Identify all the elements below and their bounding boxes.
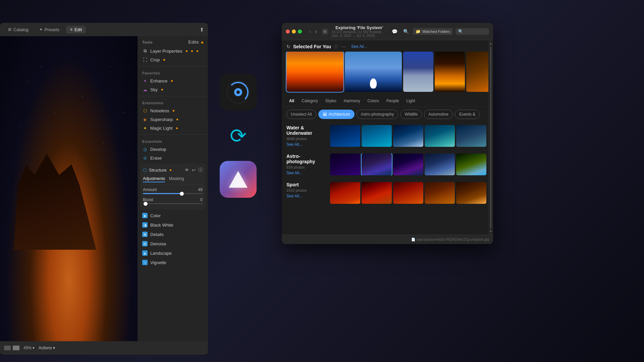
denoise-item[interactable]: ⊟ Denoise — [138, 239, 208, 248]
nav-back-icon[interactable]: ‹ — [308, 28, 312, 35]
astro-see-all[interactable]: See All... — [286, 171, 327, 175]
pill-astro[interactable]: Astro-photography — [357, 110, 398, 119]
scroll-thumb[interactable] — [490, 47, 491, 228]
upload-icon[interactable]: ⬆ — [200, 26, 204, 33]
watched-folders-button[interactable]: 📁 Watched Folders — [413, 28, 453, 35]
zoom-control[interactable]: 45% ▾ — [23, 346, 35, 350]
sky-item[interactable]: ☁ Sky — [138, 85, 208, 94]
astro-photo-3[interactable] — [393, 154, 423, 175]
sport-photo-2[interactable] — [362, 182, 392, 204]
nav-forward-icon[interactable]: › — [314, 28, 318, 35]
filter-people[interactable]: People — [384, 97, 401, 105]
sport-photo-4[interactable] — [425, 182, 455, 204]
scroll-down-icon[interactable]: ▼ — [489, 230, 492, 233]
supersharp-item[interactable]: ◈ Supersharp — [138, 115, 208, 124]
landscape-icon: ▲ — [142, 250, 148, 256]
info-icon[interactable]: ⓘ — [198, 167, 203, 173]
sport-meta: Sport 2310 photos See All... — [286, 182, 327, 198]
noiseless-item[interactable]: ⬡ Noiseless — [138, 106, 208, 115]
water-photo-3[interactable] — [393, 125, 423, 147]
photo-thumb-penguin[interactable] — [345, 52, 402, 92]
water-photo-1[interactable] — [330, 125, 360, 147]
boost-label: Boost — [143, 197, 153, 202]
enhance-dot — [171, 80, 173, 82]
minimize-button[interactable] — [292, 29, 296, 34]
amount-track[interactable] — [143, 193, 203, 194]
view-icon-2[interactable] — [13, 346, 19, 350]
landscape-item[interactable]: ▲ Landscape — [138, 248, 208, 258]
filter-colors[interactable]: Colors — [365, 97, 382, 105]
boost-track[interactable] — [143, 203, 203, 204]
filter-category[interactable]: Category — [299, 97, 321, 105]
black-white-item[interactable]: ◑ Black White — [138, 220, 208, 230]
maximize-button[interactable] — [298, 29, 302, 34]
filter-styles[interactable]: Styles — [323, 97, 339, 105]
boost-thumb[interactable] — [144, 202, 148, 206]
amount-thumb[interactable] — [180, 192, 184, 196]
tab-edit[interactable]: ≡ Edit — [66, 26, 86, 34]
details-item[interactable]: ⊞ Details — [138, 230, 208, 239]
search-box[interactable]: 🔍 — [455, 28, 489, 35]
pill-automotive[interactable]: Automotive — [424, 110, 453, 119]
photo-thumb-mountain[interactable] — [403, 52, 433, 92]
adjustments-tab[interactable]: Adjustments — [143, 176, 165, 182]
sport-photo-3[interactable] — [393, 182, 423, 204]
sport-see-all[interactable]: See All... — [286, 194, 327, 198]
pill-events[interactable]: Events & — [455, 110, 480, 119]
sfy-info-icon[interactable]: ⓘ — [334, 44, 338, 50]
structure-section: ⬡ Structure 👁 ↩ ⓘ Adjustments Masking Am… — [140, 164, 205, 209]
close-button[interactable] — [286, 29, 290, 34]
window-subtitle: 14 171 Versions | 12 592 Instants (Jan. … — [332, 30, 387, 38]
water-see-all[interactable]: See All... — [286, 142, 327, 147]
enhance-item[interactable]: ✦ Enhance — [138, 76, 208, 85]
reset-icon[interactable]: ↩ — [192, 168, 196, 173]
sidebar-toggle-icon[interactable]: ⊟ — [322, 28, 328, 35]
color-item[interactable]: ◈ Color — [138, 211, 208, 220]
search-input-icon: 🔍 — [458, 29, 463, 34]
sport-photo-1[interactable] — [330, 182, 360, 204]
scroll-up-icon[interactable]: ▲ — [489, 42, 492, 45]
astro-photo-5[interactable] — [456, 154, 486, 175]
water-photo-5[interactable] — [456, 125, 486, 147]
astro-photo-1[interactable] — [330, 154, 360, 175]
layer-properties-item[interactable]: ⧉ Layer Properties — [138, 47, 208, 55]
astro-photo-2[interactable] — [362, 154, 392, 175]
view-icon-1[interactable] — [4, 346, 11, 350]
filter-harmony[interactable]: Harmony — [341, 97, 363, 105]
develop-item[interactable]: ◎ Develop — [138, 145, 208, 154]
chat-icon[interactable]: 💬 — [390, 27, 399, 36]
lp-dot3 — [197, 50, 198, 52]
filter-all[interactable]: All — [286, 97, 297, 105]
search-icon[interactable]: 🔍 — [401, 27, 410, 36]
vignette-item[interactable]: ○ Vignette — [138, 258, 208, 267]
tab-presets[interactable]: ✦ Presets — [35, 26, 63, 34]
structure-header: ⬡ Structure 👁 ↩ ⓘ — [143, 166, 203, 174]
erase-item[interactable]: ⊖ Erase — [138, 154, 208, 162]
pill-architecture[interactable]: 🏛 Architecture — [318, 110, 355, 119]
sfy-see-all-link[interactable]: See All... — [351, 44, 367, 49]
astro-photo-4[interactable] — [425, 154, 455, 175]
magic-light-item[interactable]: ✦ Magic Light — [138, 124, 208, 132]
crop-item[interactable]: ⛶ Crop — [138, 55, 208, 64]
amount-fill — [143, 193, 182, 194]
prism-app-icon[interactable] — [220, 161, 257, 198]
editor-panel: ⊞ Catalog ✦ Presets ≡ Edit ⬆ Tools Edits… — [0, 23, 208, 355]
photo-thumb-desert[interactable] — [286, 52, 343, 92]
pill-wildlife[interactable]: Wildlife — [400, 110, 422, 119]
water-photo-2[interactable] — [362, 125, 392, 147]
visibility-icon[interactable]: 👁 — [185, 168, 189, 173]
sport-photo-5[interactable] — [456, 182, 486, 204]
filter-light[interactable]: Light — [404, 97, 418, 105]
extensions-header: Extensions — [138, 98, 208, 106]
actions-button[interactable]: Actions ▾ — [39, 346, 55, 350]
masking-tab[interactable]: Masking — [169, 176, 184, 182]
sync-arrows-icon[interactable]: ⟳ — [230, 124, 247, 147]
camera-app-icon[interactable] — [220, 74, 257, 111]
structure-dot — [170, 169, 171, 171]
water-photo-4[interactable] — [425, 125, 455, 147]
tab-catalog[interactable]: ⊞ Catalog — [4, 26, 33, 34]
photo-thumb-city[interactable] — [435, 52, 465, 92]
sport-count: 2310 photos — [286, 188, 327, 192]
pill-unselect-all[interactable]: Unselect All — [286, 110, 316, 119]
browser-scrollbar[interactable]: ▲ ▼ — [488, 40, 493, 235]
